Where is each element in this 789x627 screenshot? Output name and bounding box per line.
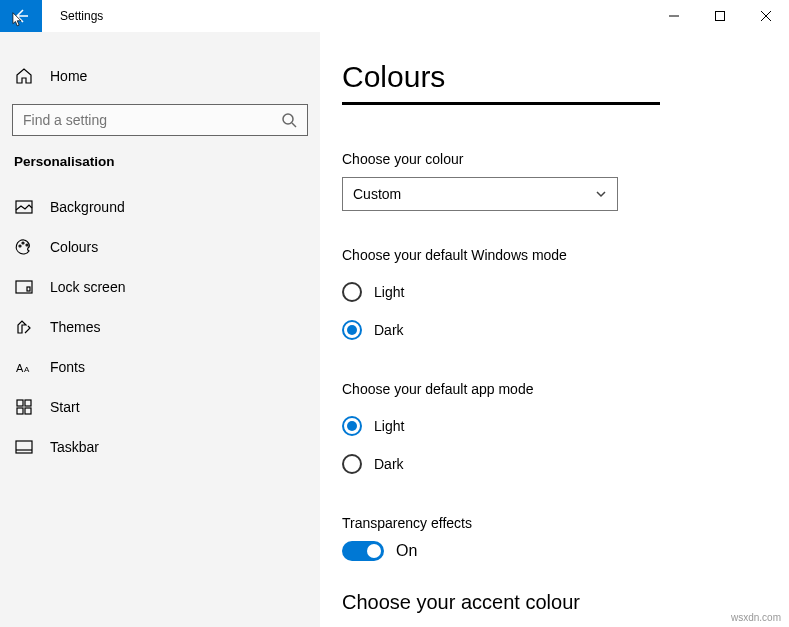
- toggle-state: On: [396, 542, 417, 560]
- close-button[interactable]: [743, 0, 789, 32]
- svg-text:A: A: [24, 365, 30, 374]
- window-title: Settings: [60, 0, 103, 32]
- svg-point-9: [26, 244, 28, 246]
- svg-line-5: [292, 123, 296, 127]
- windows-mode-group: Light Dark: [342, 273, 789, 349]
- minimize-icon: [669, 11, 679, 21]
- title-underline: [342, 102, 660, 105]
- close-icon: [761, 11, 771, 21]
- colour-dropdown[interactable]: Custom: [342, 177, 618, 211]
- sidebar-item-start[interactable]: Start: [0, 387, 320, 427]
- radio-label: Light: [374, 418, 404, 434]
- sidebar-item-label: Background: [50, 199, 125, 215]
- start-icon: [14, 397, 34, 417]
- sidebar-item-label: Lock screen: [50, 279, 125, 295]
- radio-icon: [342, 282, 362, 302]
- choose-colour-label: Choose your colour: [342, 151, 789, 167]
- main-content: Colours Choose your colour Custom Choose…: [320, 32, 789, 627]
- home-icon: [14, 66, 34, 86]
- transparency-label: Transparency effects: [342, 515, 789, 531]
- svg-point-4: [283, 114, 293, 124]
- app-mode-label: Choose your default app mode: [342, 381, 789, 397]
- svg-rect-14: [17, 400, 23, 406]
- dropdown-value: Custom: [353, 186, 595, 202]
- sidebar-item-colours[interactable]: Colours: [0, 227, 320, 267]
- radio-icon: [342, 320, 362, 340]
- search-icon: [281, 112, 297, 128]
- windows-mode-light[interactable]: Light: [342, 273, 789, 311]
- taskbar-icon: [14, 437, 34, 457]
- search-input[interactable]: [12, 104, 308, 136]
- back-button[interactable]: [0, 0, 42, 32]
- sidebar-item-themes[interactable]: Themes: [0, 307, 320, 347]
- svg-rect-1: [716, 12, 725, 21]
- sidebar-item-label: Start: [50, 399, 80, 415]
- category-header: Personalisation: [0, 154, 320, 169]
- sidebar-item-label: Themes: [50, 319, 101, 335]
- windows-mode-label: Choose your default Windows mode: [342, 247, 789, 263]
- home-label: Home: [50, 68, 87, 84]
- app-mode-light[interactable]: Light: [342, 407, 789, 445]
- picture-icon: [14, 197, 34, 217]
- titlebar: Settings: [0, 0, 789, 32]
- sidebar-item-taskbar[interactable]: Taskbar: [0, 427, 320, 467]
- transparency-toggle-row: On: [342, 541, 789, 561]
- maximize-button[interactable]: [697, 0, 743, 32]
- svg-rect-16: [17, 408, 23, 414]
- app-mode-dark[interactable]: Dark: [342, 445, 789, 483]
- sidebar: Home Personalisation Background Colours …: [0, 32, 320, 627]
- fonts-icon: AA: [14, 357, 34, 377]
- svg-text:A: A: [16, 362, 24, 374]
- lockscreen-icon: [14, 277, 34, 297]
- sidebar-item-lockscreen[interactable]: Lock screen: [0, 267, 320, 307]
- radio-label: Dark: [374, 322, 404, 338]
- sidebar-item-label: Fonts: [50, 359, 85, 375]
- sidebar-item-fonts[interactable]: AA Fonts: [0, 347, 320, 387]
- search-field[interactable]: [23, 112, 281, 128]
- page-title: Colours: [342, 60, 789, 94]
- transparency-toggle[interactable]: [342, 541, 384, 561]
- accent-colour-title: Choose your accent colour: [342, 591, 789, 614]
- radio-label: Dark: [374, 456, 404, 472]
- svg-rect-11: [27, 287, 30, 291]
- sidebar-item-label: Taskbar: [50, 439, 99, 455]
- palette-icon: [14, 237, 34, 257]
- svg-rect-15: [25, 400, 31, 406]
- home-nav[interactable]: Home: [0, 56, 320, 96]
- themes-icon: [14, 317, 34, 337]
- watermark: wsxdn.com: [731, 612, 781, 623]
- maximize-icon: [715, 11, 725, 21]
- arrow-left-icon: [13, 8, 29, 24]
- svg-point-8: [22, 242, 24, 244]
- radio-label: Light: [374, 284, 404, 300]
- svg-point-7: [19, 245, 21, 247]
- app-mode-group: Light Dark: [342, 407, 789, 483]
- chevron-down-icon: [595, 188, 607, 200]
- svg-rect-18: [16, 441, 32, 453]
- toggle-thumb: [367, 544, 381, 558]
- minimize-button[interactable]: [651, 0, 697, 32]
- radio-icon: [342, 454, 362, 474]
- sidebar-item-background[interactable]: Background: [0, 187, 320, 227]
- svg-rect-6: [16, 201, 32, 213]
- sidebar-item-label: Colours: [50, 239, 98, 255]
- window-controls: [651, 0, 789, 32]
- radio-icon: [342, 416, 362, 436]
- windows-mode-dark[interactable]: Dark: [342, 311, 789, 349]
- svg-rect-17: [25, 408, 31, 414]
